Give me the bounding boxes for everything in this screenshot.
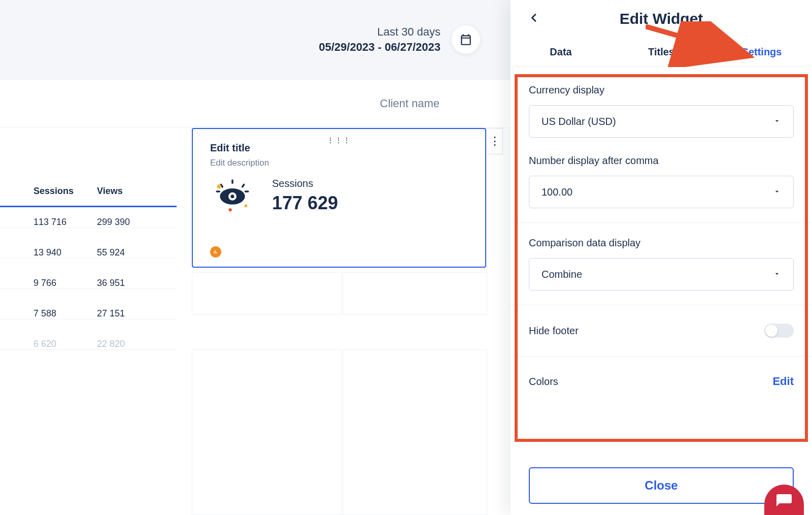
table-row: 113 716 299 390: [0, 207, 177, 238]
comparison-label: Comparison data display: [529, 237, 794, 249]
hide-footer-toggle[interactable]: [764, 324, 794, 338]
table-row: 7 588 27 151: [0, 299, 177, 329]
back-button[interactable]: [529, 12, 540, 25]
widget-more-button[interactable]: ⋮: [487, 128, 503, 154]
hide-footer-label: Hide footer: [529, 325, 579, 337]
source-icon: [210, 246, 221, 258]
table-header-row: Sessions Views: [0, 177, 177, 207]
svg-rect-3: [231, 179, 233, 184]
chevron-down-icon: [773, 116, 781, 127]
cell-sessions: 6 620: [0, 339, 79, 350]
client-name-label[interactable]: Client name: [380, 97, 439, 110]
cell-sessions: 13 940: [0, 247, 79, 259]
drag-handle-icon[interactable]: ⋮⋮⋮: [327, 136, 351, 144]
comparison-select[interactable]: Combine: [529, 258, 794, 291]
svg-point-8: [217, 184, 221, 189]
calendar-icon: [459, 33, 472, 46]
last-30-days-label: Last 30 days: [319, 25, 441, 39]
calendar-button[interactable]: [452, 25, 480, 54]
tab-titles[interactable]: Titles: [611, 38, 712, 67]
col-views: Views: [79, 186, 177, 197]
date-stack: Last 30 days 05/29/2023 - 06/27/2023: [319, 25, 441, 54]
panel-header: Edit Widget: [511, 0, 812, 38]
widget-card[interactable]: ⋮⋮⋮ Edit title Edit description: [192, 128, 486, 268]
currency-section: Currency display US Dollar (USD) Number …: [511, 67, 812, 223]
svg-rect-7: [241, 183, 245, 188]
cell-views: 55 924: [79, 247, 177, 259]
empty-cell[interactable]: [192, 349, 342, 515]
currency-select[interactable]: US Dollar (USD): [529, 105, 794, 138]
colors-edit-link[interactable]: Edit: [772, 375, 794, 388]
currency-value: US Dollar (USD): [542, 116, 616, 127]
colors-label: Colors: [529, 376, 558, 388]
chevron-down-icon: [773, 186, 781, 198]
svg-rect-5: [245, 190, 249, 192]
more-vertical-icon: ⋮: [489, 136, 500, 147]
comparison-value: Combine: [542, 269, 582, 280]
metric-value: 177 629: [272, 192, 338, 214]
currency-label: Currency display: [529, 84, 794, 96]
number-label: Number display after comma: [529, 155, 794, 167]
table-row: 9 766 36 951: [0, 268, 177, 299]
cell-sessions: 9 766: [0, 278, 79, 289]
cell-views: 22 820: [79, 339, 177, 350]
client-row: Client name: [0, 79, 511, 128]
tab-data[interactable]: Data: [511, 38, 611, 67]
chat-icon: [775, 493, 793, 511]
tab-settings[interactable]: Settings: [712, 38, 812, 67]
close-button[interactable]: Close: [529, 467, 794, 504]
svg-rect-4: [216, 190, 220, 192]
cell-sessions: 7 588: [0, 308, 79, 319]
metrics-table: Sessions Views 113 716 299 390 13 940 55…: [0, 177, 177, 360]
dashboard-canvas: Sessions Views 113 716 299 390 13 940 55…: [0, 128, 511, 515]
empty-cell[interactable]: [343, 349, 487, 515]
cell-views: 36 951: [79, 278, 177, 289]
svg-point-10: [244, 204, 247, 207]
eye-icon: [210, 177, 255, 214]
comparison-section: Comparison data display Combine: [511, 223, 812, 305]
panel-tabs: Data Titles Settings: [511, 38, 812, 67]
chevron-left-icon: [529, 12, 540, 23]
empty-cell[interactable]: [192, 272, 342, 315]
widget-description[interactable]: Edit description: [210, 158, 468, 168]
metric-label: Sessions: [272, 178, 338, 189]
col-sessions: Sessions: [0, 186, 79, 197]
hide-footer-section: Hide footer: [511, 305, 812, 357]
cell-views: 299 390: [79, 217, 177, 228]
empty-cell[interactable]: [343, 272, 487, 315]
cell-sessions: 113 716: [0, 217, 79, 228]
colors-section: Colors Edit: [511, 357, 812, 406]
svg-point-9: [229, 208, 232, 211]
number-value: 100.00: [542, 186, 572, 198]
panel-title: Edit Widget: [620, 10, 703, 27]
svg-point-2: [230, 195, 234, 198]
date-bar: Last 30 days 05/29/2023 - 06/27/2023: [0, 0, 511, 79]
table-row: 6 620 22 820: [0, 329, 177, 360]
cell-views: 27 151: [79, 308, 177, 319]
number-select[interactable]: 100.00: [529, 176, 794, 208]
date-range: 05/29/2023 - 06/27/2023: [319, 41, 441, 54]
chevron-down-icon: [773, 269, 781, 280]
edit-widget-panel: Edit Widget Data Titles Settings Currenc…: [511, 0, 812, 515]
main-area: Last 30 days 05/29/2023 - 06/27/2023 Cli…: [0, 0, 511, 515]
table-row: 13 940 55 924: [0, 238, 177, 268]
